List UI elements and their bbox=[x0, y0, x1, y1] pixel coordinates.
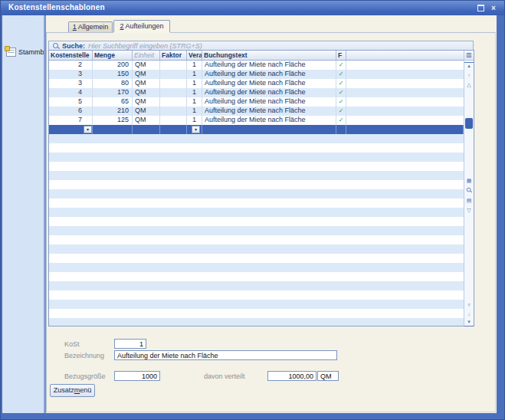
zusatzmenu-button[interactable]: Zusatzmenü bbox=[50, 384, 95, 397]
cell-einheit[interactable]: QM bbox=[133, 79, 160, 88]
vera-dropdown-icon[interactable]: ▾ bbox=[192, 126, 200, 133]
empty-row[interactable] bbox=[49, 189, 464, 199]
table-row[interactable]: 7125QM1Aufteilung der Miete nach Fläche✓ bbox=[49, 116, 464, 125]
cell-f[interactable]: ✓ bbox=[336, 116, 346, 125]
cell-menge[interactable]: 200 bbox=[93, 61, 133, 70]
page-up-icon[interactable]: ↑ bbox=[464, 71, 474, 80]
cell-menge[interactable]: 65 bbox=[93, 97, 133, 107]
empty-row[interactable] bbox=[49, 290, 464, 300]
scroll-thumb[interactable] bbox=[465, 118, 473, 129]
cell-vera[interactable]: 1 bbox=[187, 107, 202, 116]
scroll-to-top-icon[interactable]: ▴ bbox=[464, 62, 474, 70]
empty-row[interactable] bbox=[49, 134, 464, 143]
cell-f[interactable]: ✓ bbox=[336, 107, 346, 116]
cell-faktor[interactable] bbox=[160, 107, 187, 116]
cell-f[interactable]: ✓ bbox=[336, 79, 346, 88]
cell-kostenstelle[interactable]: 2 bbox=[49, 61, 93, 70]
cell-kostenstelle[interactable]: 5 bbox=[49, 97, 93, 107]
cell-buchungstext[interactable]: Aufteilung der Miete nach Fläche bbox=[202, 61, 336, 70]
cell-faktor[interactable] bbox=[160, 70, 187, 79]
empty-row[interactable] bbox=[49, 263, 464, 272]
cell-vera[interactable]: 1 bbox=[187, 88, 202, 97]
empty-row[interactable] bbox=[49, 300, 464, 309]
empty-row[interactable] bbox=[49, 208, 464, 217]
cell-einheit[interactable]: QM bbox=[133, 107, 160, 116]
cell-faktor[interactable] bbox=[160, 79, 187, 88]
tab-allgemein[interactable]: 1 Allgemein bbox=[68, 21, 113, 32]
kostenstelle-dropdown-icon[interactable]: ▾ bbox=[84, 126, 92, 133]
cell-faktor[interactable] bbox=[160, 125, 187, 134]
new-row-selected[interactable]: ▾▾ bbox=[49, 125, 464, 134]
cell-vera[interactable]: 1 bbox=[187, 116, 202, 125]
column-chooser-icon[interactable]: ▥ bbox=[464, 51, 474, 61]
cell-buchungstext[interactable]: Aufteilung der Miete nach Fläche bbox=[202, 88, 336, 97]
cell-vera[interactable]: 1 bbox=[187, 70, 202, 79]
davon-verteilt-field[interactable] bbox=[267, 371, 316, 381]
scroll-to-bottom-icon[interactable]: ▾ bbox=[464, 318, 474, 326]
cell-vera[interactable]: 1 bbox=[187, 97, 202, 107]
bezugsgroesse-field[interactable] bbox=[114, 371, 160, 381]
cell-menge[interactable]: 150 bbox=[93, 70, 133, 79]
cell-kostenstelle[interactable]: 3 bbox=[49, 79, 93, 88]
column-header-einheit[interactable]: Einheit bbox=[133, 51, 160, 60]
row-down-icon[interactable]: ▿ bbox=[464, 300, 474, 309]
empty-row[interactable] bbox=[49, 153, 464, 162]
cell-buchungstext[interactable]: Aufteilung der Miete nach Fläche bbox=[202, 107, 336, 116]
bezeichnung-field[interactable] bbox=[114, 350, 337, 360]
table-row[interactable]: 565QM1Aufteilung der Miete nach Fläche✓ bbox=[49, 97, 464, 107]
empty-row[interactable] bbox=[49, 254, 464, 263]
cell-faktor[interactable] bbox=[160, 116, 187, 125]
empty-row[interactable] bbox=[49, 309, 464, 318]
filter-icon[interactable]: ▽ bbox=[464, 206, 474, 215]
table-row[interactable]: 2200QM1Aufteilung der Miete nach Fläche✓ bbox=[49, 61, 464, 70]
find-icon[interactable] bbox=[464, 186, 474, 195]
table-row[interactable]: 4170QM1Aufteilung der Miete nach Fläche✓ bbox=[49, 88, 464, 97]
page-down-icon[interactable]: ↓ bbox=[464, 310, 474, 318]
column-header-vera[interactable]: Vera bbox=[187, 51, 202, 60]
restore-icon[interactable] bbox=[476, 4, 485, 12]
cell-einheit[interactable]: QM bbox=[133, 97, 160, 107]
cell-einheit[interactable]: QM bbox=[133, 116, 160, 125]
empty-row[interactable] bbox=[49, 217, 464, 226]
cell-menge[interactable]: 170 bbox=[93, 88, 133, 97]
table-row[interactable]: 6210QM1Aufteilung der Miete nach Fläche✓ bbox=[49, 107, 464, 116]
row-select-icon[interactable]: ▤ bbox=[464, 196, 474, 205]
cell-kostenstelle[interactable]: 3 bbox=[49, 70, 93, 79]
close-icon[interactable]: × bbox=[489, 4, 498, 12]
cell-menge[interactable]: 125 bbox=[93, 116, 133, 125]
cell-einheit[interactable]: QM bbox=[133, 70, 160, 79]
empty-row[interactable] bbox=[49, 318, 464, 326]
empty-row[interactable] bbox=[49, 171, 464, 180]
cell-menge[interactable] bbox=[93, 125, 133, 134]
cell-faktor[interactable] bbox=[160, 97, 187, 107]
cell-f[interactable] bbox=[336, 125, 346, 134]
cell-buchungstext[interactable]: Aufteilung der Miete nach Fläche bbox=[202, 70, 336, 79]
table-row[interactable]: 3150QM1Aufteilung der Miete nach Fläche✓ bbox=[49, 70, 464, 79]
empty-row[interactable] bbox=[49, 180, 464, 189]
empty-row[interactable] bbox=[49, 162, 464, 171]
cell-einheit[interactable]: QM bbox=[133, 61, 160, 70]
cell-buchungstext[interactable]: Aufteilung der Miete nach Fläche bbox=[202, 79, 336, 88]
cell-f[interactable]: ✓ bbox=[336, 70, 346, 79]
row-up-icon[interactable]: △ bbox=[464, 80, 474, 89]
cell-vera[interactable]: 1 bbox=[187, 61, 202, 70]
cell-f[interactable]: ✓ bbox=[336, 61, 346, 70]
tab-aufteilungen[interactable]: 2 Aufteilungen bbox=[113, 20, 170, 32]
kost-field[interactable] bbox=[114, 339, 146, 349]
cell-einheit[interactable] bbox=[133, 125, 160, 134]
cell-kostenstelle[interactable]: 7 bbox=[49, 116, 93, 125]
column-header-menge[interactable]: Menge bbox=[93, 51, 133, 60]
cell-menge[interactable]: 210 bbox=[93, 107, 133, 116]
column-header-f[interactable]: F bbox=[336, 51, 346, 60]
cell-buchungstext[interactable] bbox=[202, 125, 336, 134]
column-header-faktor[interactable]: Faktor bbox=[160, 51, 187, 60]
table-row[interactable]: 380QM1Aufteilung der Miete nach Fläche✓ bbox=[49, 79, 464, 88]
cell-vera[interactable]: 1 bbox=[187, 79, 202, 88]
cell-buchungstext[interactable]: Aufteilung der Miete nach Fläche bbox=[202, 116, 336, 125]
empty-row[interactable] bbox=[49, 143, 464, 153]
column-header-kostenstelle[interactable]: Kostenstelle bbox=[49, 51, 93, 60]
cell-kostenstelle[interactable]: 4 bbox=[49, 88, 93, 97]
grid-scrollbar[interactable]: ▥ ▴ ↑ △ ▦ ▤ ▽ ▿ ↓ ▾ bbox=[464, 51, 474, 326]
empty-row[interactable] bbox=[49, 199, 464, 208]
cell-f[interactable]: ✓ bbox=[336, 88, 346, 97]
